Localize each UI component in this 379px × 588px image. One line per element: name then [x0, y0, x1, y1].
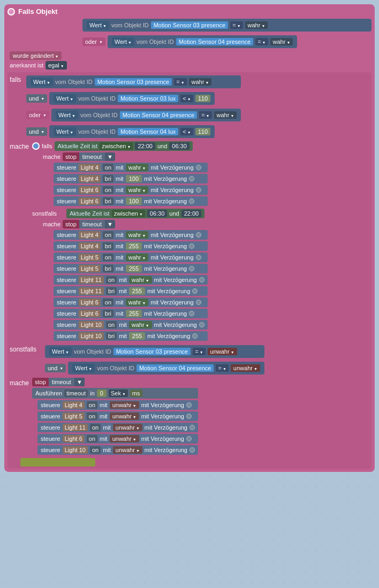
nested-mache-1: mache stop timeout ▼ steuere Light 4 [43, 152, 208, 206]
wert-dropdown-2[interactable]: Wert [112, 37, 134, 46]
stop-timeout-row-2: mache stop timeout ▼ [43, 220, 208, 228]
ausfuhren-block: Ausführen timeout in 0 Sek ms [32, 388, 198, 399]
mache-content-1: falls Aktuelle Zeit ist zwischen 22:00 u… [32, 141, 208, 341]
ctrl-b2-l5-on: steuere Light 5 on mit wahr mit Verzöger… [54, 253, 208, 262]
ctrl-b2-l4-on: steuere Light 4 on mit wahr mit Verzöger… [54, 230, 208, 240]
oder-row-1: oder Wert vom Objekt ID Motion Sensor 04… [82, 34, 372, 49]
sensor-name-1[interactable]: Motion Sensor 03 presence [151, 21, 229, 29]
checkbox-10[interactable] [192, 288, 198, 294]
ctrl-b2-l5-bri: steuere Light 5 bri mit 255 mit Verzöger… [54, 264, 208, 273]
zeit-block-1: Aktuelle Zeit ist zwischen 22:00 und 06:… [55, 141, 193, 151]
ctrl-b2-l10-bri: steuere Light 10 bri mit 255 mit Verzöge… [54, 331, 208, 341]
ctrl-light6-bri: steuere Light 6 bri mit 100 mit Verzöger… [54, 196, 208, 206]
ctrl-sf-l6-on: steuere Light 6 on mit unwahr mit Verzög… [37, 434, 198, 444]
falls-cond-und-1: und Wert vom Objekt ID Motion Sensor 03 … [26, 91, 241, 106]
checkbox-12[interactable] [189, 311, 194, 316]
checkbox-sf-4[interactable] [186, 436, 192, 441]
ctrl-light4-on: steuere Light 4 on mit wahr mit Verzöger… [54, 163, 208, 172]
falls-label: falls [10, 74, 23, 83]
controls-3: steuere Light 4 on mit unwahr mit Verzög… [37, 400, 198, 455]
ctrl-sf-l10-on: steuere Light 10 on mit unwahr mit Verzö… [37, 445, 198, 455]
checkbox-5[interactable] [196, 232, 201, 238]
controls-2: steuere Light 4 on mit wahr mit Verzöger… [54, 230, 208, 341]
checkbox-8[interactable] [189, 266, 194, 271]
bottom-strip [20, 458, 95, 467]
stop-timeout-btn-1[interactable]: stop timeout ▼ [63, 152, 115, 161]
ctrl-b2-l6-bri: steuere Light 6 bri mit 255 mit Verzöger… [54, 309, 208, 318]
main-block: Falls Objekt Wert vom Objekt ID Motion S… [4, 4, 375, 472]
mache-section-sf: mache stop timeout ▼ Ausführen timeout i… [10, 378, 369, 455]
nested-mache-2: mache stop timeout ▼ steuere Light 4 on [43, 220, 208, 341]
checkbox-3[interactable] [196, 187, 201, 193]
checkbox-13[interactable] [199, 322, 204, 327]
sonstfalls-cond-2: Wert vom Objekt ID Motion Sensor 04 pres… [68, 362, 264, 375]
sensor-name-2[interactable]: Motion Sensor 04 presence [176, 38, 254, 45]
checkbox-14[interactable] [192, 333, 198, 339]
ctrl-b2-l4-bri: steuere Light 4 bri mit 255 mit Verzöger… [54, 241, 208, 251]
mache-sf-content: stop timeout ▼ Ausführen timeout in 0 Se… [32, 378, 198, 455]
ctrl-b2-l6-on: steuere Light 6 on mit wahr mit Verzöger… [54, 297, 208, 307]
gear-icon [7, 8, 15, 16]
controls-1: steuere Light 4 on mit wahr mit Verzöger… [54, 163, 208, 206]
ctrl-b2-l11-on: steuere Light 11 on mit wahr mit Verzöge… [54, 275, 208, 285]
falls-cond-und-2: und Wert vom Objekt ID Motion Sensor 04 … [26, 124, 241, 139]
checkbox-1[interactable] [196, 165, 201, 170]
zeit-block-2: Aktuelle Zeit ist zwischen 06:30 und 22:… [66, 209, 204, 218]
sonstfalls-und-row: und Wert vom Objekt ID Motion Sensor 04 … [45, 361, 264, 376]
ctrl-b2-l11-bri: steuere Light 11 bri mit 255 mit Verzöge… [54, 286, 208, 296]
falls-section: falls Wert vom Objekt ID Motion Sensor 0… [10, 74, 369, 139]
checkbox-sf-5[interactable] [190, 447, 195, 453]
mache-section-1: mache falls Aktuelle Zeit ist zwischen 2… [10, 141, 369, 341]
checkbox-11[interactable] [196, 300, 201, 305]
eq-dropdown-1[interactable]: = [230, 21, 242, 29]
ctrl-sf-l11-on: steuere Light 11 on mit unwahr mit Verzö… [37, 423, 198, 432]
sonstfalls-inner-row: sonstfalls Aktuelle Zeit ist zwischen 06… [32, 209, 208, 218]
wurde-pill[interactable]: wurde geändert [10, 51, 62, 60]
gear-icon-blue [32, 142, 40, 150]
stop-timeout-row-1: mache stop timeout ▼ [43, 152, 208, 161]
oder-dropdown-falls[interactable]: oder [26, 111, 49, 119]
sonstfalls-conditions: Wert vom Objekt ID Motion Sensor 03 pres… [45, 344, 264, 376]
checkbox-2[interactable] [189, 176, 194, 181]
anerkannt-row: anerkannt ist egal [7, 61, 372, 70]
falls-inner-row: falls Aktuelle Zeit ist zwischen 22:00 u… [32, 141, 208, 151]
checkbox-7[interactable] [196, 255, 201, 260]
checkbox-6[interactable] [189, 243, 194, 249]
ctrl-light6-on: steuere Light 6 on mit wahr mit Verzöger… [54, 185, 208, 195]
ctrl-b2-l10-on: steuere Light 10 on mit wahr mit Verzöge… [54, 320, 208, 330]
ctrl-sf-l5-on: steuere Light 5 on mit unwahr mit Verzög… [37, 411, 198, 421]
checkbox-sf-2[interactable] [186, 414, 192, 419]
ctrl-light4-bri: steuere Light 4 bri mit 100 mit Verzöger… [54, 174, 208, 184]
condition-row-1: Wert vom Objekt ID Motion Sensor 03 pres… [82, 19, 372, 32]
und-dropdown-2[interactable]: und [26, 127, 47, 136]
egal-dropdown[interactable]: egal [46, 61, 67, 70]
sonstfalls-cond-1: Wert vom Objekt ID Motion Sensor 03 pres… [45, 345, 264, 358]
und-dropdown-1[interactable]: und [26, 94, 47, 103]
condition-row-2: Wert vom Objekt ID Motion Sensor 04 pres… [108, 35, 297, 48]
checkbox-9[interactable] [199, 277, 204, 282]
val-dropdown-1[interactable]: wahr [245, 21, 268, 29]
checkbox-sf-1[interactable] [186, 402, 192, 408]
ctrl-sf-l4-on: steuere Light 4 on mit unwahr mit Verzög… [37, 400, 198, 410]
mache-label-1: mache [10, 141, 29, 150]
stop-timeout-btn-3[interactable]: stop timeout ▼ [32, 378, 198, 386]
und-dropdown-sf[interactable]: und [45, 364, 66, 372]
falls-conditions: Wert vom Objekt ID Motion Sensor 03 pres… [26, 74, 241, 139]
top-conditions: Wert vom Objekt ID Motion Sensor 03 pres… [82, 18, 372, 49]
inner-block: falls Wert vom Objekt ID Motion Sensor 0… [7, 72, 372, 469]
sonstfalls-outer: sonstfalls Wert vom Objekt ID Motion Sen… [10, 344, 369, 376]
header-row: Falls Objekt [7, 7, 372, 16]
eq-dropdown-2[interactable]: = [255, 38, 268, 45]
falls-cond-oder: oder Wert vom Objekt ID Motion Sensor 04… [26, 108, 241, 123]
wert-dropdown-1[interactable]: Wert [87, 21, 109, 29]
wurde-row: wurde geändert [7, 51, 372, 60]
checkbox-sf-3[interactable] [190, 425, 195, 430]
falls-cond-1: Wert vom Objekt ID Motion Sensor 03 pres… [26, 75, 241, 88]
val-dropdown-2[interactable]: wahr [270, 38, 293, 45]
header-title: Falls Objekt [18, 7, 58, 16]
stop-timeout-btn-2[interactable]: stop timeout ▼ [63, 220, 115, 228]
checkbox-4[interactable] [189, 198, 194, 204]
oder-dropdown[interactable]: oder [82, 37, 105, 46]
sonstfalls-label: sonstfalls [10, 344, 42, 353]
